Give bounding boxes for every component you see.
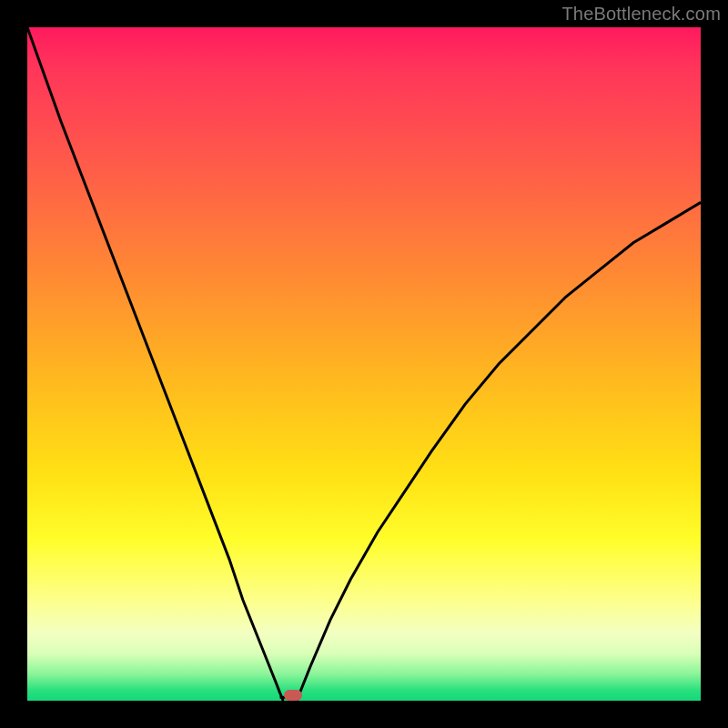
curve-layer [27,27,701,701]
plot-area [27,27,701,701]
bottleneck-curve-right [297,202,701,701]
chart-frame: TheBottleneck.com [0,0,728,728]
bottleneck-curve-left [27,27,283,701]
min-marker-icon [284,690,302,701]
watermark-text: TheBottleneck.com [561,4,721,25]
